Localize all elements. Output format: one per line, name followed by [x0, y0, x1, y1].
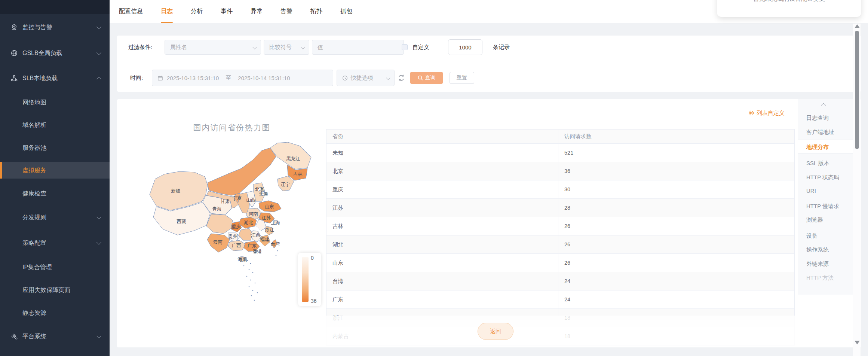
table-row[interactable]: 山东26: [326, 254, 794, 272]
sidebar-item-monitor-alert[interactable]: 监控与告警: [0, 19, 110, 36]
sidebar-item-server-pool[interactable]: 服务器池: [0, 140, 110, 156]
province-table: 省份 访问请求数 未知521 北京36 重庆30 江苏28 吉林26 湖北26 …: [326, 129, 795, 346]
range-separator: 至: [226, 74, 231, 82]
table-row[interactable]: 北京36: [326, 162, 794, 180]
table-row[interactable]: 吉林26: [326, 217, 794, 235]
svg-text:贵州: 贵州: [228, 234, 238, 239]
svg-text:青海: 青海: [212, 206, 222, 212]
table-row[interactable]: 重庆30: [326, 180, 794, 199]
panel-item-ssl-version[interactable]: SSL 版本: [798, 159, 854, 167]
filter-card: 过滤条件: 属性名 比较符号 自定义 条记录 时间: 2025-10-13 15…: [117, 36, 861, 92]
filter-label: 过滤条件:: [128, 40, 152, 55]
table-row[interactable]: 未知521: [326, 144, 794, 162]
table-row[interactable]: 广东24: [326, 290, 794, 309]
heatmap-legend: 0 36: [298, 253, 321, 306]
panel-item-uri[interactable]: URI: [798, 187, 854, 195]
value-input[interactable]: [312, 40, 404, 55]
back-button[interactable]: 返回: [478, 323, 513, 340]
share-network-icon: [10, 74, 18, 82]
panel-item-device[interactable]: 设备: [798, 232, 854, 240]
chevron-down-icon: [301, 45, 305, 49]
svg-text:台湾: 台湾: [271, 241, 280, 247]
refresh-icon[interactable]: [397, 74, 405, 82]
svg-text:西藏: 西藏: [177, 219, 186, 224]
sidebar-item-policy-config[interactable]: 策略配置: [0, 235, 110, 251]
panel-item-client-address[interactable]: 客户端地址: [798, 128, 854, 136]
content-card: 列表自定义 国内访问省份热力图: [117, 99, 861, 347]
operator-select[interactable]: 比较符号: [264, 40, 309, 55]
svg-text:新疆: 新疆: [171, 188, 181, 194]
sidebar-item-virtual-service[interactable]: 虚拟服务: [0, 162, 110, 179]
calendar-icon: [157, 75, 163, 81]
sidebar-item-gslb[interactable]: GSLB全局负载: [0, 45, 110, 61]
sidebar-item-dns-resolve[interactable]: 域名解析: [0, 117, 110, 133]
svg-text:香港: 香港: [253, 249, 262, 254]
svg-text:重庆: 重庆: [231, 224, 241, 229]
sidebar-item-platform-system[interactable]: 平台系统: [0, 328, 110, 345]
chevron-down-icon: [96, 50, 101, 55]
panel-item-browser[interactable]: 浏览器: [798, 216, 854, 224]
panel-item-geo-distribution[interactable]: 地理分布: [798, 140, 854, 154]
scrollbar-up-arrow[interactable]: [855, 24, 860, 28]
tab-config-info[interactable]: 配置信息: [119, 0, 143, 23]
china-heatmap[interactable]: 新疆 西藏 青海 甘肃 宁夏 山西 北京 天津 黑龙江 吉林 辽宁 山东 河南 …: [138, 137, 325, 313]
panel-item-log-query[interactable]: 日志查询: [798, 114, 854, 122]
chevron-up-icon[interactable]: [821, 103, 826, 108]
panel-item-http-slow[interactable]: HTTP 慢请求: [798, 202, 854, 210]
reset-button[interactable]: 重置: [450, 72, 474, 84]
query-button[interactable]: 查询: [410, 72, 443, 84]
svg-text:广东: 广东: [248, 243, 257, 249]
tab-analysis[interactable]: 分析: [191, 0, 203, 23]
svg-text:河南: 河南: [249, 212, 258, 217]
log-category-panel: 日志查询 客户端地址 地理分布 SSL 版本 HTTP 状态码 URI HTTP…: [798, 99, 854, 295]
scrollbar-down-arrow[interactable]: [855, 341, 860, 344]
sidebar-item-slb[interactable]: SLB本地负载: [0, 70, 110, 86]
svg-text:湖北: 湖北: [244, 220, 254, 225]
app-screen: 监控与告警 GSLB全局负载 SLB本地负载 网络地图 域名解析 服务器池 虚拟…: [0, 0, 868, 356]
sidebar-item-health-check[interactable]: 健康检查: [0, 185, 110, 202]
tab-events[interactable]: 事件: [221, 0, 233, 23]
records-label: 条记录: [493, 40, 510, 55]
svg-text:山东: 山东: [265, 204, 274, 209]
tab-alerts[interactable]: 告警: [280, 0, 292, 23]
sidebar-item-ip-sets[interactable]: IP集合管理: [0, 259, 110, 276]
table-row[interactable]: 湖北26: [326, 235, 794, 254]
list-customize-link[interactable]: 列表自定义: [748, 109, 785, 117]
panel-item-os[interactable]: 操作系统: [798, 246, 854, 254]
scrollbar-thumb[interactable]: [855, 31, 859, 149]
notification-text: 暂无未完成的设备配置变更: [753, 0, 825, 2]
custom-checkbox[interactable]: [402, 44, 408, 50]
record-count-input[interactable]: [448, 39, 482, 55]
svg-text:甘肃: 甘肃: [221, 199, 230, 204]
sidebar-item-dispatch-rules[interactable]: 分发规则: [0, 209, 110, 226]
panel-item-http-method[interactable]: HTTP 方法: [798, 274, 854, 282]
globe-icon: [10, 49, 18, 57]
table-row[interactable]: 江苏28: [326, 199, 794, 217]
svg-text:海南: 海南: [238, 257, 248, 262]
south-sea-islands: [243, 250, 278, 301]
panel-item-referrer[interactable]: 外链来源: [798, 260, 854, 268]
tab-anomaly[interactable]: 异常: [251, 0, 263, 23]
col-header-province: 省份: [326, 130, 558, 143]
chevron-up-icon: [96, 77, 101, 82]
sidebar-item-static-resources[interactable]: 静态资源: [0, 305, 110, 321]
date-range-input[interactable]: 2025-10-13 15:31:10 至 2025-10-14 15:31:1…: [152, 70, 333, 86]
tab-capture[interactable]: 抓包: [340, 0, 352, 23]
notification-popup: 暂无未完成的设备配置变更: [717, 0, 861, 17]
panel-item-http-status[interactable]: HTTP 状态码: [798, 173, 854, 182]
col-header-requests: 访问请求数: [558, 130, 794, 143]
time-label: 时间:: [130, 70, 143, 86]
sidebar-item-failover-page[interactable]: 应用失效保障页面: [0, 282, 110, 298]
svg-text:宁夏: 宁夏: [233, 196, 242, 201]
svg-text:黑龙江: 黑龙江: [286, 156, 300, 161]
attribute-select[interactable]: 属性名: [165, 40, 261, 55]
tab-logs[interactable]: 日志: [161, 0, 173, 23]
svg-text:天津: 天津: [259, 192, 269, 197]
legend-min: 0: [311, 255, 314, 261]
sidebar-item-network-map[interactable]: 网络地图: [0, 94, 110, 111]
quick-select[interactable]: 快捷选项: [337, 70, 395, 86]
tab-topology[interactable]: 拓扑: [310, 0, 322, 23]
svg-text:江苏: 江苏: [262, 215, 272, 220]
table-row[interactable]: 台湾24: [326, 272, 794, 290]
sidebar: 监控与告警 GSLB全局负载 SLB本地负载 网络地图 域名解析 服务器池 虚拟…: [0, 0, 110, 356]
